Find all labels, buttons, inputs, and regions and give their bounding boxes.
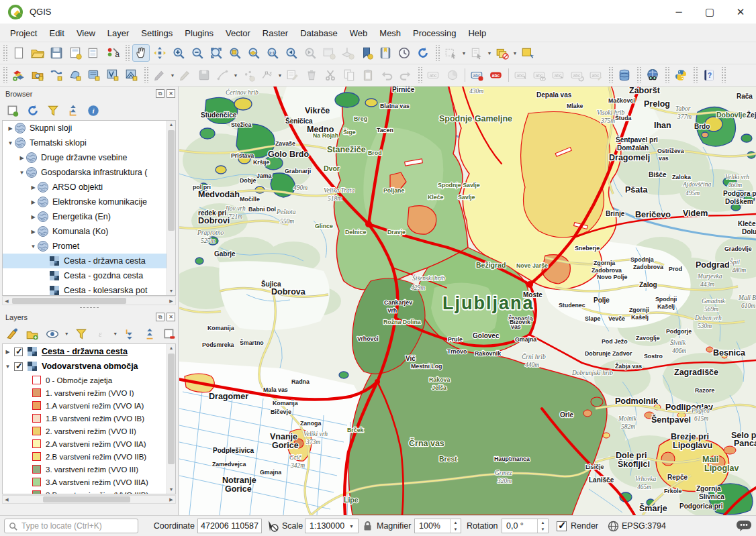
new-print-layout-button[interactable] [66, 44, 84, 62]
browser-item-gospodarska-infrastruktura[interactable]: ▼Gospodarska infrastruktura ( [3, 165, 167, 180]
coordinate-input[interactable]: 472006 110587 [197, 519, 262, 533]
menu-plugins[interactable]: Plugins [179, 25, 220, 41]
tree-expander[interactable]: ▶ [30, 214, 37, 220]
zoom-full-button[interactable] [207, 44, 225, 62]
browser-item-promet[interactable]: ▼Promet [3, 239, 167, 254]
layer-item-cesta-dr-avna-cesta[interactable]: ▶Cesta - državna cesta [3, 344, 167, 359]
toolbar-drag-handle[interactable] [720, 67, 726, 83]
browser-horizontal-scrollbar[interactable]: ◀ ▶ [2, 297, 176, 305]
panel-splitter[interactable] [0, 305, 178, 310]
menu-help[interactable]: Help [462, 25, 492, 41]
layer-visibility-checkbox[interactable] [14, 347, 23, 356]
menu-view[interactable]: View [70, 25, 101, 41]
layer-visibility-checkbox[interactable] [14, 362, 23, 371]
maximize-button[interactable]: ▢ [694, 0, 725, 24]
show-unplaced-labels-button[interactable]: abc [487, 66, 505, 84]
new-mesh-layer-button[interactable] [123, 66, 140, 84]
deselect-all-button[interactable] [493, 44, 511, 62]
menu-mesh[interactable]: Mesh [373, 25, 407, 41]
browser-item-arso-objekti[interactable]: ▶ARSO objekti [3, 180, 167, 195]
db-manager-button[interactable] [616, 66, 633, 84]
rotation-spin-arrows[interactable]: ▲▼ [537, 519, 548, 533]
render-checkbox[interactable] [557, 521, 567, 531]
deselect-all-dropdown[interactable]: ▼ [512, 44, 518, 62]
toolbar-drag-handle[interactable] [692, 67, 698, 83]
zoom-to-layer-button[interactable] [245, 44, 263, 62]
toolbar-drag-handle[interactable] [434, 45, 440, 61]
toolbar-drag-handle[interactable] [664, 67, 669, 83]
properties-info-button[interactable]: i [85, 103, 101, 119]
refresh-map-button[interactable] [414, 44, 432, 62]
minimize-button[interactable]: ─ [663, 0, 694, 24]
tree-expander[interactable]: ▶ [7, 125, 14, 131]
extents-toggle-icon[interactable] [265, 519, 279, 533]
menu-settings[interactable]: Settings [135, 25, 179, 41]
browser-item-cesta-dr-avna-cesta[interactable]: Cesta - državna cesta [3, 254, 167, 268]
tree-expander[interactable]: ▶ [18, 155, 26, 161]
browser-item-energetika-en[interactable]: ▶Energetika (En) [3, 209, 167, 224]
locator-search-input[interactable]: Type to locate (Ctrl+K) [4, 519, 138, 533]
toolbar-drag-handle[interactable] [2, 45, 7, 61]
style-manager-button[interactable]: a [104, 44, 122, 62]
layers-vertical-scrollbar[interactable]: ▲ ▼ [167, 344, 175, 494]
new-shapefile-layer-button[interactable] [48, 66, 65, 84]
lock-scale-icon[interactable] [363, 521, 373, 531]
zoom-to-selection-button[interactable] [226, 44, 244, 62]
tree-expander[interactable]: ▶ [30, 184, 37, 191]
zoom-in-button[interactable] [170, 44, 187, 62]
zoom-native-button[interactable]: 1:1 [264, 44, 281, 62]
new-project-button[interactable] [10, 44, 28, 62]
layer-styling-button[interactable] [5, 326, 20, 342]
browser-item-druge-dr-avne-vsebine[interactable]: ▶Druge državne vsebine [3, 150, 167, 165]
menu-web[interactable]: Web [344, 25, 374, 41]
browser-item-elektronske-komunikacije[interactable]: ▶Elektronske komunikacije [3, 195, 167, 209]
browser-item-komunala-ko[interactable]: ▶Komunala (Ko) [3, 224, 167, 239]
crs-globe-icon[interactable] [608, 521, 619, 532]
expand-all-button[interactable] [122, 326, 138, 342]
messages-icon[interactable] [736, 520, 752, 532]
menu-vector[interactable]: Vector [220, 25, 256, 41]
add-group-button[interactable] [24, 326, 40, 342]
help-contents-button[interactable]: ? [700, 66, 718, 84]
map-themes-button[interactable] [44, 326, 60, 342]
open-project-button[interactable] [29, 44, 46, 62]
menu-raster[interactable]: Raster [256, 25, 294, 41]
refresh-browser-button[interactable] [25, 103, 41, 119]
remove-layer-button[interactable] [162, 326, 177, 342]
rotation-spinbox[interactable]: 0,0 ° ▲▼ [502, 519, 549, 533]
toolbar-drag-handle[interactable] [124, 45, 130, 61]
toolbar-drag-handle[interactable] [608, 67, 613, 83]
toolbar-drag-handle[interactable] [2, 67, 7, 83]
layers-close-button[interactable]: ✕ [167, 313, 175, 321]
menu-layer[interactable]: Layer [101, 25, 136, 41]
menu-database[interactable]: Database [294, 25, 344, 41]
layout-manager-button[interactable] [85, 44, 103, 62]
tree-expander[interactable]: ▼ [3, 364, 13, 370]
zoom-out-button[interactable] [189, 44, 206, 62]
collapse-all-button[interactable] [65, 103, 81, 119]
toolbar-drag-handle[interactable] [636, 67, 641, 83]
browser-item-cesta-gozdna-cesta[interactable]: Cesta - gozdna cesta [3, 268, 167, 283]
menu-edit[interactable]: Edit [43, 25, 70, 41]
layers-horizontal-scrollbar[interactable]: ◀ ▶ [2, 495, 176, 504]
tree-expander[interactable]: ▶ [30, 229, 37, 235]
highlight-pinned-labels-button[interactable]: abc [469, 66, 486, 84]
browser-item-tematski-sklopi[interactable]: ▼Tematski sklopi [3, 136, 167, 150]
filter-browser-button[interactable] [45, 103, 61, 119]
browser-item-cesta-kolesarska-pot[interactable]: Cesta - kolesarska pot [3, 283, 167, 295]
new-scratch-layer-button[interactable] [85, 66, 103, 84]
magnifier-spinbox[interactable]: 100% ▲▼ [414, 519, 461, 533]
pan-map-button[interactable] [132, 44, 150, 62]
map-canvas[interactable]: Pirniče430mDepala vasZaborštRačaČerinov … [179, 87, 756, 515]
map-themes-dropdown[interactable]: ▼ [63, 325, 70, 343]
pan-to-selection-button[interactable] [151, 44, 169, 62]
filter-legend-button[interactable] [73, 326, 89, 342]
scale-combobox[interactable]: 1:130000▼ [305, 519, 359, 533]
zoom-last-button[interactable] [283, 44, 300, 62]
browser-undock-button[interactable]: ⧉ [156, 89, 164, 98]
layer-item-vodovarstvena-obmo-ja[interactable]: ▼Vodovarstvena območja [3, 359, 167, 374]
tree-expander[interactable]: ▶ [30, 199, 37, 205]
temporal-controller-button[interactable] [395, 44, 413, 62]
browser-close-button[interactable]: ✕ [167, 89, 175, 98]
tree-expander[interactable]: ▼ [30, 244, 37, 250]
